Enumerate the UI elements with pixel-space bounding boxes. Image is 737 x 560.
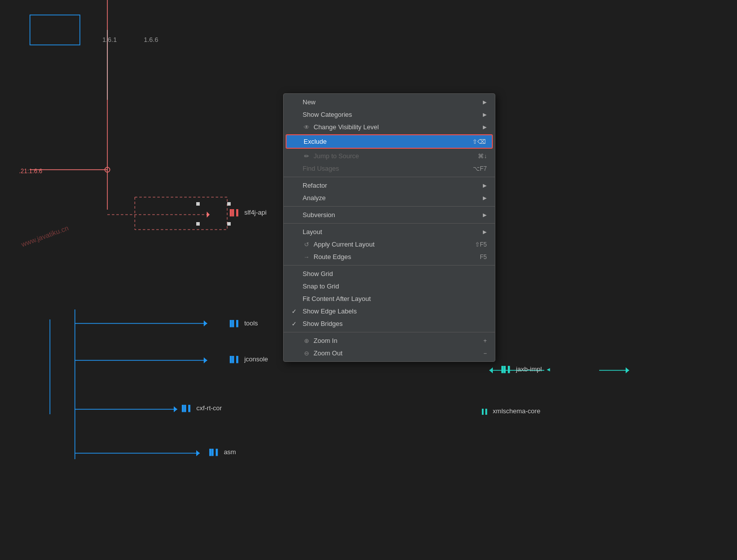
watermark-1: www.javatiku.cn xyxy=(20,224,69,248)
svg-rect-9 xyxy=(227,202,231,206)
menu-label-show-edge-labels: Show Edge Labels xyxy=(303,307,357,315)
svg-rect-10 xyxy=(227,222,231,226)
svg-rect-7 xyxy=(196,202,200,206)
svg-marker-11 xyxy=(207,212,210,218)
menu-icon-zoom-out: ⊖ xyxy=(303,350,311,357)
node-jconsole: ▐▌▌ jconsole xyxy=(228,355,268,363)
svg-marker-17 xyxy=(174,406,177,412)
svg-rect-4 xyxy=(135,197,227,230)
menu-item-show-edge-labels[interactable]: ✓Show Edge Labels xyxy=(284,305,495,317)
menu-item-exclude[interactable]: Exclude⇧⌫ xyxy=(286,134,493,149)
menu-label-find-usages: Find Usages xyxy=(303,165,339,172)
shortcut-jump-to-source: ⌘↓ xyxy=(478,153,487,160)
menu-item-snap-to-grid[interactable]: Snap to Grid xyxy=(284,280,495,292)
menu-item-show-categories[interactable]: Show Categories▶ xyxy=(284,108,495,121)
menu-label-subversion: Subversion xyxy=(303,211,335,219)
menu-label-change-visibility: Change Visibility Level xyxy=(314,123,379,131)
svg-marker-25 xyxy=(626,367,629,373)
menu-icon-jump-to-source: ✏ xyxy=(303,153,311,160)
menu-item-route-edges[interactable]: →Route EdgesF5 xyxy=(284,251,495,263)
menu-label-route-edges: Route Edges xyxy=(314,253,351,261)
node-xmlschema-core: ▌▌ xmlschema-core xyxy=(482,407,540,415)
menu-separator xyxy=(284,206,495,207)
menu-item-zoom-in[interactable]: ⊕Zoom In+ xyxy=(284,334,495,347)
submenu-arrow-layout: ▶ xyxy=(483,229,487,235)
menu-separator xyxy=(284,177,495,177)
submenu-arrow-show-categories: ▶ xyxy=(483,112,487,117)
menu-icon-apply-layout: ↺ xyxy=(303,241,311,248)
check-icon-show-edge-labels: ✓ xyxy=(292,308,300,315)
shortcut-zoom-in: + xyxy=(483,337,487,344)
menu-label-snap-to-grid: Snap to Grid xyxy=(303,282,339,290)
node-cxf-rt-cor: ▐▌▌ cxf-rt-cor xyxy=(180,404,222,412)
version-label-2: 1.6.6 xyxy=(144,36,158,43)
version-label-1: 1.6.1 xyxy=(102,36,117,43)
menu-item-fit-content[interactable]: Fit Content After Layout xyxy=(284,292,495,305)
menu-label-new: New xyxy=(303,98,316,106)
node-tools: ▐▌▌ tools xyxy=(228,319,258,327)
menu-separator xyxy=(284,265,495,266)
submenu-arrow-subversion: ▶ xyxy=(483,212,487,218)
svg-marker-19 xyxy=(196,450,200,456)
menu-icon-zoom-in: ⊕ xyxy=(303,337,311,344)
submenu-arrow-new: ▶ xyxy=(483,99,487,105)
menu-label-show-bridges: Show Bridges xyxy=(303,320,343,327)
menu-item-apply-layout[interactable]: ↺Apply Current Layout⇧F5 xyxy=(284,238,495,251)
submenu-arrow-change-visibility: ▶ xyxy=(483,124,487,130)
menu-label-exclude: Exclude xyxy=(304,138,327,145)
menu-label-zoom-out: Zoom Out xyxy=(314,349,343,357)
menu-item-zoom-out[interactable]: ⊖Zoom Out− xyxy=(284,347,495,359)
shortcut-exclude: ⇧⌫ xyxy=(472,138,486,145)
menu-item-change-visibility[interactable]: 👁Change Visibility Level▶ xyxy=(284,121,495,133)
node-jaxb-impl: ▐▌▌ jaxb-impl ◄ xyxy=(499,365,551,373)
context-menu: New▶Show Categories▶👁Change Visibility L… xyxy=(283,93,495,362)
svg-marker-13 xyxy=(204,320,207,326)
menu-item-show-grid[interactable]: Show Grid xyxy=(284,268,495,280)
menu-item-subversion[interactable]: Subversion▶ xyxy=(284,209,495,221)
menu-icon-change-visibility: 👁 xyxy=(303,124,311,131)
shortcut-zoom-out: − xyxy=(483,350,487,357)
svg-marker-23 xyxy=(489,367,493,373)
menu-item-new[interactable]: New▶ xyxy=(284,96,495,108)
conflict-label: .21:1.6.6 xyxy=(19,168,42,175)
shortcut-apply-layout: ⇧F5 xyxy=(475,241,487,248)
check-icon-show-bridges: ✓ xyxy=(292,320,300,327)
menu-item-layout[interactable]: Layout▶ xyxy=(284,226,495,238)
menu-label-apply-layout: Apply Current Layout xyxy=(314,241,374,248)
node-slf4j-api: ▐▌▌ slf4j-api xyxy=(228,209,267,216)
menu-separator xyxy=(284,332,495,332)
shortcut-route-edges: F5 xyxy=(480,254,487,261)
submenu-arrow-refactor: ▶ xyxy=(483,183,487,188)
menu-label-refactor: Refactor xyxy=(303,182,327,189)
menu-item-refactor[interactable]: Refactor▶ xyxy=(284,179,495,192)
svg-rect-0 xyxy=(30,15,80,45)
menu-separator xyxy=(284,223,495,224)
svg-rect-8 xyxy=(196,222,200,226)
menu-label-zoom-in: Zoom In xyxy=(314,337,338,344)
menu-label-show-categories: Show Categories xyxy=(303,111,352,118)
svg-marker-15 xyxy=(204,357,207,363)
menu-label-jump-to-source: Jump to Source xyxy=(314,152,359,160)
menu-label-show-grid: Show Grid xyxy=(303,270,333,278)
shortcut-find-usages: ⌥F7 xyxy=(473,165,487,172)
svg-point-3 xyxy=(105,167,110,172)
submenu-arrow-analyze: ▶ xyxy=(483,195,487,201)
menu-item-find-usages: Find Usages⌥F7 xyxy=(284,162,495,175)
node-asm: ▐▌▌ asm xyxy=(207,448,236,456)
menu-label-analyze: Analyze xyxy=(303,194,326,202)
menu-item-analyze[interactable]: Analyze▶ xyxy=(284,192,495,204)
menu-label-fit-content: Fit Content After Layout xyxy=(303,295,371,302)
menu-item-jump-to-source: ✏Jump to Source⌘↓ xyxy=(284,150,495,162)
menu-item-show-bridges[interactable]: ✓Show Bridges xyxy=(284,317,495,330)
menu-icon-route-edges: → xyxy=(303,254,311,261)
menu-label-layout: Layout xyxy=(303,228,322,236)
